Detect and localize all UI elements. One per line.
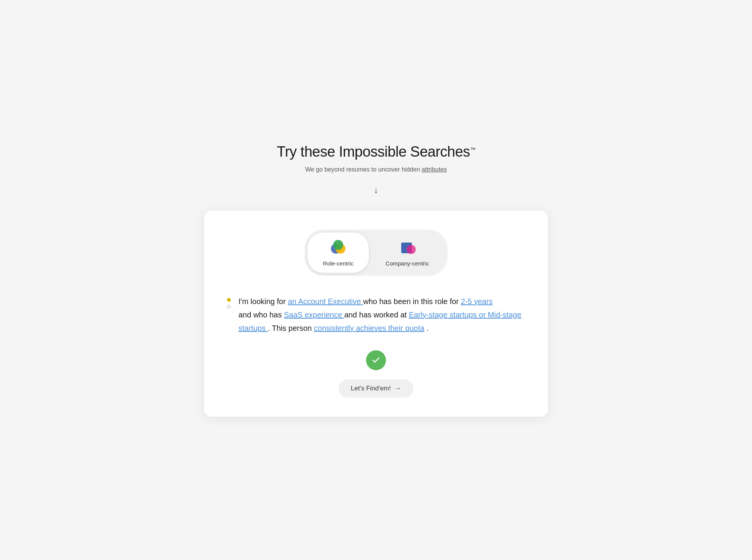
down-arrow: ↓ [374,185,378,195]
page-container: Try these Impossible Searches™ We go bey… [204,144,548,417]
text-1: I'm looking for [238,297,288,306]
text-3: and who has [238,311,284,319]
search-text-content: I'm looking for an Account Executive who… [238,295,525,335]
role-centric-icon [329,239,347,257]
link-saas[interactable]: SaaS experience [284,311,344,319]
checkmark-icon [371,355,381,365]
text-5: . This person [268,324,314,332]
bullet-dots [227,295,231,309]
svg-point-4 [407,245,416,254]
link-years[interactable]: 2-5 years [461,297,493,306]
text-6: . [425,324,429,332]
link-quota[interactable]: consistently achieves their quota [314,324,425,332]
find-button-label: Let's Find'em! [351,385,391,392]
dot-filled [227,298,231,302]
subtitle-text: We go beyond resumes to uncover hidden [305,166,422,173]
search-text-block: I'm looking for an Account Executive who… [227,295,525,335]
role-centric-label: Role-centric [323,260,353,267]
page-title: Try these Impossible Searches™ [277,144,475,160]
svg-point-2 [333,240,343,250]
role-centric-option[interactable]: Role-centric [308,233,369,273]
trademark: ™ [470,146,475,152]
company-centric-icon [398,239,417,257]
link-account-executive[interactable]: an Account Executive [288,297,363,306]
find-button[interactable]: Let's Find'em! → [339,379,413,398]
company-centric-label: Company-centric [386,260,429,267]
check-circle [366,350,386,370]
title-text: Try these Impossible Searches [277,144,470,160]
text-2: who has been in this role for [363,297,461,306]
find-button-arrow: → [395,385,401,392]
company-centric-option[interactable]: Company-centric [370,233,444,273]
subtitle-link: attributes [421,166,447,173]
dot-outline [227,305,231,309]
main-card: Role-centric Company-centric I' [204,210,548,417]
text-4: and has worked at [344,311,409,319]
view-toggle: Role-centric Company-centric [305,230,447,276]
page-subtitle: We go beyond resumes to uncover hidden a… [305,166,447,173]
